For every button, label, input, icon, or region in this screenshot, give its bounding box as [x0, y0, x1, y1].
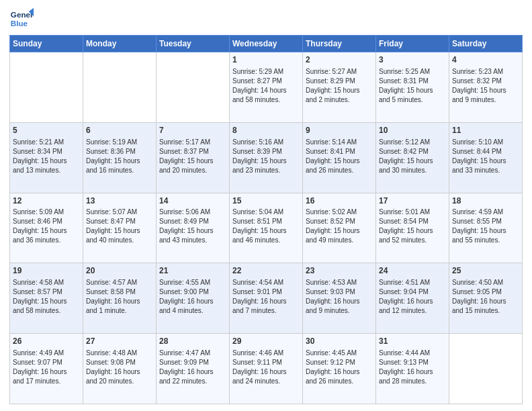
day-info: Daylight: 15 hours [379, 226, 446, 236]
day-number: 15 [232, 195, 300, 207]
calendar-cell: 26Sunrise: 4:49 AMSunset: 9:07 PMDayligh… [10, 334, 83, 404]
day-info: Sunrise: 5:07 AM [86, 208, 153, 217]
generalblue-logo-icon: General Blue [9, 7, 34, 31]
day-number: 20 [86, 265, 153, 277]
day-number: 7 [159, 125, 226, 136]
day-info: Daylight: 15 hours [306, 226, 373, 236]
day-info: and 49 minutes. [306, 236, 373, 245]
day-number: 14 [159, 195, 226, 207]
calendar-cell: 6Sunrise: 5:19 AMSunset: 8:36 PMDaylight… [83, 122, 157, 193]
day-info: Sunrise: 4:47 AM [159, 349, 226, 358]
day-info: Daylight: 16 hours [306, 297, 373, 306]
day-number: 21 [159, 265, 226, 277]
calendar-cell: 19Sunrise: 4:58 AMSunset: 8:57 PMDayligh… [10, 263, 83, 334]
day-info: Sunset: 8:49 PM [159, 217, 226, 226]
day-info: Sunset: 8:54 PM [379, 217, 446, 226]
day-info: Sunrise: 5:23 AM [452, 67, 519, 77]
day-info: Sunrise: 4:55 AM [159, 278, 226, 287]
calendar-cell: 28Sunrise: 4:47 AMSunset: 9:09 PMDayligh… [157, 334, 230, 404]
day-header-wednesday: Wednesday [230, 36, 303, 52]
day-number: 22 [232, 265, 300, 277]
day-number: 12 [13, 195, 80, 207]
day-info: and 12 minutes. [379, 306, 446, 316]
day-info: Sunrise: 4:48 AM [86, 349, 153, 358]
day-info: Daylight: 15 hours [452, 226, 519, 236]
day-info: Sunset: 9:05 PM [452, 287, 519, 297]
days-of-week-row: SundayMondayTuesdayWednesdayThursdayFrid… [10, 36, 523, 52]
day-info: Sunset: 8:32 PM [452, 77, 519, 86]
day-info: Sunset: 8:31 PM [379, 77, 446, 86]
day-info: and 5 minutes. [379, 95, 446, 105]
day-info: Sunrise: 5:19 AM [86, 138, 153, 147]
calendar-cell: 15Sunrise: 5:04 AMSunset: 8:51 PMDayligh… [230, 193, 303, 263]
day-info: Sunset: 8:41 PM [306, 147, 373, 156]
calendar-header: SundayMondayTuesdayWednesdayThursdayFrid… [10, 36, 523, 52]
day-info: and 9 minutes. [452, 95, 519, 105]
calendar-cell: 7Sunrise: 5:17 AMSunset: 8:37 PMDaylight… [157, 122, 230, 193]
day-header-sunday: Sunday [10, 36, 83, 52]
calendar-cell: 29Sunrise: 4:46 AMSunset: 9:11 PMDayligh… [230, 334, 303, 404]
calendar-week-0: 1Sunrise: 5:29 AMSunset: 8:27 PMDaylight… [10, 52, 523, 123]
day-info: and 55 minutes. [452, 236, 519, 245]
day-header-monday: Monday [83, 36, 157, 52]
day-info: and 58 minutes. [13, 306, 80, 316]
calendar-cell: 24Sunrise: 4:51 AMSunset: 9:04 PMDayligh… [376, 263, 449, 334]
calendar-cell: 5Sunrise: 5:21 AMSunset: 8:34 PMDaylight… [10, 122, 83, 193]
day-info: and 58 minutes. [232, 95, 300, 105]
day-info: and 20 minutes. [159, 166, 226, 175]
calendar-cell: 8Sunrise: 5:16 AMSunset: 8:39 PMDaylight… [230, 122, 303, 193]
calendar-cell: 22Sunrise: 4:54 AMSunset: 9:01 PMDayligh… [230, 263, 303, 334]
day-number: 19 [13, 265, 80, 277]
day-info: Daylight: 16 hours [232, 297, 300, 306]
day-info: Daylight: 15 hours [86, 226, 153, 236]
calendar-cell: 30Sunrise: 4:45 AMSunset: 9:12 PMDayligh… [303, 334, 376, 404]
day-info: Sunset: 9:12 PM [306, 358, 373, 367]
calendar-cell: 2Sunrise: 5:27 AMSunset: 8:29 PMDaylight… [303, 52, 376, 123]
day-header-friday: Friday [376, 36, 449, 52]
day-info: Daylight: 15 hours [13, 226, 80, 236]
day-info: Sunset: 8:47 PM [86, 217, 153, 226]
day-info: Sunrise: 4:46 AM [232, 349, 300, 358]
day-info: Sunrise: 4:59 AM [452, 208, 519, 217]
day-number: 5 [13, 125, 80, 136]
day-number: 27 [86, 336, 153, 347]
day-info: Sunset: 9:11 PM [232, 358, 300, 367]
day-info: and 43 minutes. [159, 236, 226, 245]
calendar-cell: 18Sunrise: 4:59 AMSunset: 8:55 PMDayligh… [449, 193, 523, 263]
calendar-cell: 25Sunrise: 4:50 AMSunset: 9:05 PMDayligh… [449, 263, 523, 334]
calendar-cell: 27Sunrise: 4:48 AMSunset: 9:08 PMDayligh… [83, 334, 157, 404]
calendar-cell: 9Sunrise: 5:14 AMSunset: 8:41 PMDaylight… [303, 122, 376, 193]
day-info: and 26 minutes. [306, 377, 373, 386]
day-info: Sunrise: 5:12 AM [379, 138, 446, 147]
day-info: Sunset: 8:58 PM [86, 287, 153, 297]
day-info: Sunset: 9:07 PM [13, 358, 80, 367]
day-info: Daylight: 15 hours [232, 156, 300, 166]
day-info: Sunrise: 5:10 AM [452, 138, 519, 147]
day-number: 8 [232, 125, 300, 136]
day-info: Sunrise: 5:09 AM [13, 208, 80, 217]
day-info: Daylight: 16 hours [86, 367, 153, 377]
day-info: Daylight: 15 hours [452, 86, 519, 95]
day-header-saturday: Saturday [449, 36, 523, 52]
logo: General Blue [9, 7, 34, 31]
day-info: Sunrise: 4:45 AM [306, 349, 373, 358]
day-number: 28 [159, 336, 226, 347]
calendar-cell: 16Sunrise: 5:02 AMSunset: 8:52 PMDayligh… [303, 193, 376, 263]
calendar-cell [10, 52, 83, 123]
calendar-week-2: 12Sunrise: 5:09 AMSunset: 8:46 PMDayligh… [10, 193, 523, 263]
day-info: Sunset: 8:37 PM [159, 147, 226, 156]
day-info: and 46 minutes. [232, 236, 300, 245]
day-info: Sunset: 9:08 PM [86, 358, 153, 367]
day-info: Daylight: 15 hours [159, 156, 226, 166]
day-info: Sunset: 9:01 PM [232, 287, 300, 297]
day-number: 18 [452, 195, 519, 207]
day-info: Sunrise: 4:50 AM [452, 278, 519, 287]
calendar-cell: 3Sunrise: 5:25 AMSunset: 8:31 PMDaylight… [376, 52, 449, 123]
day-info: Daylight: 16 hours [13, 367, 80, 377]
calendar-cell: 20Sunrise: 4:57 AMSunset: 8:58 PMDayligh… [83, 263, 157, 334]
day-info: Sunrise: 5:27 AM [306, 67, 373, 77]
day-number: 13 [86, 195, 153, 207]
day-info: Sunrise: 5:16 AM [232, 138, 300, 147]
svg-text:Blue: Blue [11, 19, 28, 28]
day-info: and 9 minutes. [306, 306, 373, 316]
